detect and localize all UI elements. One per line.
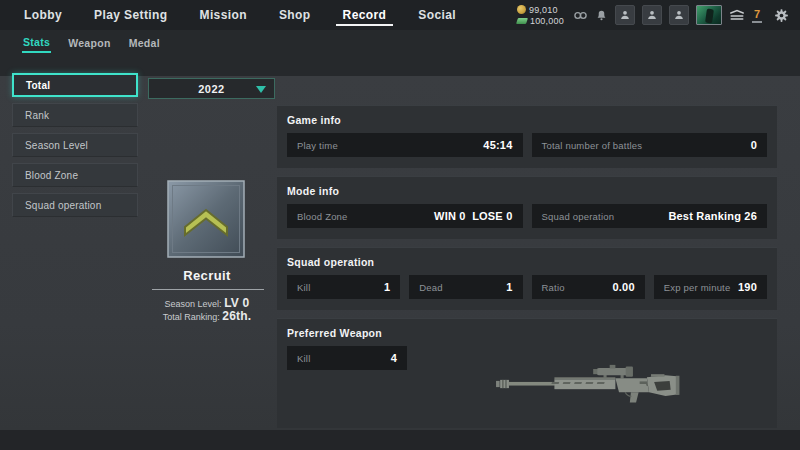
coin-balance: 99,010 [517,5,564,15]
game-info-panel: Game info Play time 45:14 Total number o… [277,105,777,168]
year-dropdown[interactable]: 2022 [148,78,275,99]
nav-record[interactable]: Record [341,0,389,30]
squad-operation-panel: Squad operation Kill 1 Dead 1 Ratio 0.00… [277,247,777,310]
bottom-background [0,430,800,450]
sidebar-item-season-level[interactable]: Season Level [12,133,138,157]
preferred-weapon-panel: Preferred Weapon Kill 4 [277,318,777,428]
nav-mission[interactable]: Mission [197,0,248,30]
tab-stats[interactable]: Stats [22,33,51,53]
squad-operation-title: Squad operation [287,256,767,268]
nav-play-setting[interactable]: Play Setting [92,0,169,30]
top-right-cluster: 99,010 100,000 [517,0,790,30]
main-nav: Lobby Play Setting Mission Shop Record S… [0,0,458,30]
stat-label: Squad operation [542,211,615,222]
stat-weapon-kill: Kill 4 [287,346,407,370]
friends-button-3[interactable] [669,5,689,25]
stat-label: Dead [419,282,443,293]
stat-blood-zone: Blood Zone WIN 0 LOSE 0 [287,204,523,228]
game-info-title: Game info [287,114,767,126]
stat-value: WIN 0 LOSE 0 [434,210,512,222]
rank-name: Recruit [148,268,266,283]
nav-social[interactable]: Social [416,0,458,30]
stat-total-battles: Total number of battles 0 [532,133,768,157]
stat-label: Total number of battles [542,140,643,151]
friends-button-1[interactable] [615,5,635,25]
game-info-rows: Play time 45:14 Total number of battles … [287,133,767,157]
profile-divider [152,289,264,290]
stat-label: Blood Zone [297,211,348,222]
friend-icon [673,9,685,21]
total-ranking-line: Total Ranking: 26th. [128,309,286,323]
stat-value: 45:14 [483,139,512,151]
gear-icon[interactable] [773,7,790,24]
stat-value: 0.00 [613,281,635,293]
season-level-label: Season Level: [165,299,222,309]
cash-amount: 100,000 [530,16,564,26]
rank-emblem [167,180,245,258]
stat-value: 190 [738,281,757,293]
stat-value: 1 [506,281,512,293]
coin-amount: 99,010 [529,5,558,15]
stat-ratio: Ratio 0.00 [532,275,645,299]
friends-button-2[interactable] [642,5,662,25]
supply-count-badge: 7 [752,8,762,23]
stat-play-time: Play time 45:14 [287,133,523,157]
stat-kill: Kill 1 [287,275,400,299]
tab-medal[interactable]: Medal [128,34,161,52]
season-level-value: LV 0 [224,296,249,310]
cash-icon [516,18,528,24]
preferred-weapon-title: Preferred Weapon [287,327,767,339]
tab-weapon[interactable]: Weapon [67,34,111,52]
chevron-down-icon [256,86,266,93]
mode-info-title: Mode info [287,185,767,197]
coin-icon [517,5,526,14]
record-sub-tabs: Stats Weapon Medal [0,30,800,56]
bell-icon[interactable] [595,8,608,22]
currency-display: 99,010 100,000 [517,5,564,26]
stat-label: Play time [297,140,338,151]
stat-squad-operation: Squad operation Best Ranking 26 [532,204,768,228]
stat-value: 1 [384,281,390,293]
mode-info-panel: Mode info Blood Zone WIN 0 LOSE 0 Squad … [277,176,777,239]
record-stats-screen: Lobby Play Setting Mission Shop Record S… [0,0,800,450]
sidebar-item-blood-zone[interactable]: Blood Zone [12,163,138,187]
stat-label: Exp per minute [664,282,731,293]
stat-label: Ratio [542,282,565,293]
cash-balance: 100,000 [517,16,564,26]
total-ranking-value: 26th. [222,309,251,323]
total-ranking-label: Total Ranking: [163,312,220,322]
sidebar-item-squad-operation[interactable]: Squad operation [12,193,138,217]
stat-value: 0 [751,139,757,151]
stat-label: Kill [297,282,310,293]
stat-label: Kill [297,353,310,364]
season-level-line: Season Level: LV 0 [128,296,286,310]
year-dropdown-value: 2022 [198,83,224,95]
stats-category-sidebar: Total Rank Season Level Blood Zone Squad… [12,73,138,217]
stat-value: Best Ranking 26 [668,210,757,222]
friend-icon [646,9,658,21]
nav-lobby[interactable]: Lobby [22,0,64,30]
sniper-rifle-image [495,359,681,409]
stat-dead: Dead 1 [409,275,522,299]
mode-info-rows: Blood Zone WIN 0 LOSE 0 Squad operation … [287,204,767,228]
stat-exp-per-minute: Exp per minute 190 [654,275,767,299]
sidebar-item-total[interactable]: Total [12,73,138,97]
chain-link-icon[interactable] [573,10,588,21]
supply-crate-icon[interactable] [729,9,745,22]
top-bar: Lobby Play Setting Mission Shop Record S… [0,0,800,30]
stat-value: 4 [391,352,397,364]
squad-operation-rows: Kill 1 Dead 1 Ratio 0.00 Exp per minute … [287,275,767,299]
battle-pass-thumbnail[interactable] [696,5,722,25]
friend-icon [619,9,631,21]
sidebar-item-rank[interactable]: Rank [12,103,138,127]
nav-shop[interactable]: Shop [277,0,313,30]
